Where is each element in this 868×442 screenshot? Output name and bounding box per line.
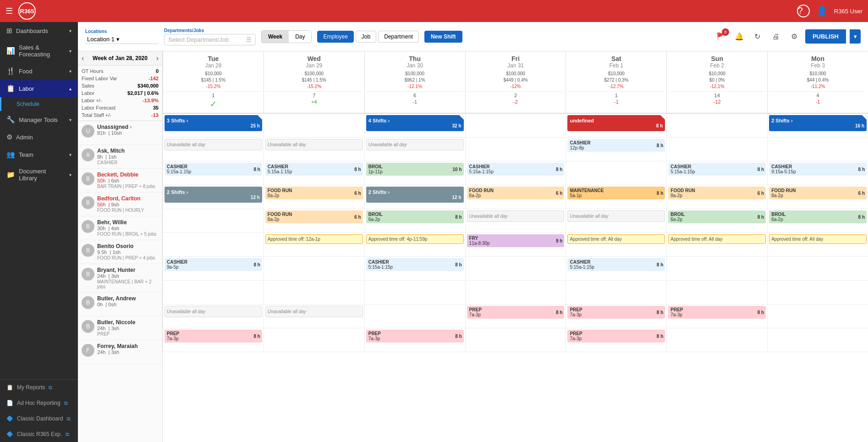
dept-placeholder: Select Department/Job [168,36,229,43]
unavailable-block[interactable]: Unavailable all day [165,306,262,317]
shift-block[interactable]: CASHIER 9:15a-5:15p 8 h [769,163,867,176]
employee-row[interactable]: B Benito Osorio 9.5h | 1sh FOOD RUN | PR… [78,240,162,264]
sidebar-item-dashboards[interactable]: ⊞ Dashboards ▾ [0,22,78,39]
sidebar-item-sales-forecasting[interactable]: 📊 Sales & Forecasting ▾ [0,39,78,62]
shift-block[interactable]: FRY 11a-8:30p 9 h [467,234,565,247]
sidebar-item-food[interactable]: 🍴 Food ▾ [0,62,78,80]
multi-shift-block[interactable]: undefined 8 h [567,115,665,131]
labor-row: Labor $2,017 | 0.6% [78,89,162,97]
shift-block[interactable]: PREP 7a-3p 8 h [165,330,262,343]
view-employee-button[interactable]: Employee [317,31,353,43]
employee-row[interactable]: F Forrey, Maraiah 24h | 3sh [78,340,162,364]
sidebar-bottom-my-reports[interactable]: 📋 My Reports ⧉ [0,380,78,395]
settings-button[interactable]: ⚙ [787,29,802,44]
employee-row[interactable]: B Bryant, Hunter 24h | 3sh MAINTENANCE |… [78,264,162,293]
shift-block[interactable]: BROIL 6a-2p 8 h [366,210,464,223]
publish-button[interactable]: PUBLISH [805,29,846,44]
sidebar-bottom-classic-r365[interactable]: 🔷 Classic R365 Exp. ⧉ [0,426,78,442]
shift-block[interactable]: BROIL 6a-2p 8 h [668,210,766,223]
shift-block[interactable]: CASHIER 5:15a-1:15p 8 h [366,258,464,271]
timeoff-block[interactable]: Approved time off: All day [567,234,665,244]
shift-time: 8a-2p [268,217,345,222]
calendar-cell: MAINTENANCE 5a-1p 8 h [566,185,666,209]
shift-block[interactable]: FOOD RUN 8a-2p 6 h [769,187,867,199]
employee-row[interactable]: A Ask, Mitch 8h | 1sh CASHIER [78,145,162,169]
unavailable-block[interactable]: Unavailable all day [567,210,665,222]
sidebar-item-team[interactable]: 👥 Team ▾ [0,146,78,163]
shift-time: 7a-3p [368,336,445,341]
user-avatar[interactable]: 👤 [816,6,828,17]
shift-block[interactable]: CASHIER 5:15a-1:15p 8 h [567,258,665,271]
employee-row[interactable]: U Unassigned › 81h | 10sh [78,121,162,145]
shift-block[interactable]: PREP 7a-3p 8 h [567,306,665,319]
view-day-button[interactable]: Day [289,31,311,43]
unavailable-block[interactable]: Unavailable all day [366,139,464,150]
shift-block[interactable]: CASHIER 5:15a-1:15p 8 h [165,163,262,176]
publish-dropdown-button[interactable]: ▾ [850,29,861,44]
bell-button[interactable]: 🔔 [732,29,747,44]
unavailable-block[interactable]: Unavailable all day [467,210,565,222]
employee-row[interactable]: B Butler, Niccole 24h | 3sh PREP [78,316,162,340]
shift-block[interactable]: CASHIER 9a-5p 8 h [165,258,262,271]
shift-block[interactable]: FOOD RUN 8a-2p 6 h [668,187,766,199]
refresh-button[interactable]: ↻ [750,29,765,44]
shift-block[interactable]: CASHIER 5:15a-1:15p 8 h [265,163,363,176]
view-week-button[interactable]: Week [262,31,289,43]
calendar-cell: Unavailable all day [364,138,465,161]
notifications-button[interactable]: 🚩 8 [714,29,728,44]
timeoff-block[interactable]: Approved time off: All day [769,234,867,244]
help-icon[interactable]: ? [797,5,810,17]
timeoff-block[interactable]: Approved time off: 4p-11:59p [366,234,464,244]
unavailable-block[interactable]: Unavailable all day [165,139,262,150]
shift-block[interactable]: FOOD RUN 8a-2p 6 h [265,210,363,223]
fixed-labor-value: -142 [148,76,159,81]
hamburger-icon[interactable]: ☰ [5,6,13,16]
sidebar-item-document-library[interactable]: 📁 Document Library ▾ [0,163,78,186]
print-button[interactable]: 🖨 [769,29,783,44]
shift-block[interactable]: CASHIER 12p-8p 8 h [567,139,665,152]
view-job-button[interactable]: Job [356,31,376,43]
new-shift-button[interactable]: New Shift [424,31,462,43]
shift-hours: 8 h [556,167,562,172]
shift-block[interactable]: PREP 7a-3p 8 h [467,306,565,319]
prev-week-button[interactable]: ‹ [82,54,84,62]
sidebar-sub-schedule[interactable]: Schedule [0,97,78,111]
view-department-button[interactable]: Department [378,31,419,43]
avatar: F [82,344,94,357]
shift-block[interactable]: CASHIER 5:15a-1:15p 8 h [668,163,766,176]
employee-row[interactable]: B Butler, Andrew 0h | 0sh [78,293,162,316]
shift-block[interactable]: PREP 7a-3p 8 h [366,330,464,343]
shift-block[interactable]: BROIL 6a-2p 8 h [769,210,867,223]
shift-hours: 8 h [253,334,260,339]
unavailable-block[interactable]: Unavailable all day [265,306,363,317]
multi-shift-block[interactable]: 4 Shifts › 32 h [366,115,464,131]
multi-shift-block[interactable]: 2 Shifts › 16 h [769,115,867,131]
unavailable-block[interactable]: Unavailable all day [265,139,363,150]
location-label: Locations [85,29,159,34]
day-stats: $100,000 $962 | 1% -12.1% [367,71,463,90]
timeoff-block[interactable]: Approved time off: All day [668,234,766,244]
sidebar-item-admin[interactable]: ⚙ Admin [0,128,78,146]
dept-select[interactable]: Select Department/Job ☰ [164,34,256,45]
shift-time: 7a-3p [167,336,244,341]
multi-shift-block[interactable]: 2 Shifts › 12 h [366,187,464,203]
employee-row[interactable]: B Beckett, Debbie 50h | 6sh BAR TRAIN | … [78,169,162,193]
timeoff-block[interactable]: Approved time off: 12a-1p [265,234,363,244]
sidebar-item-manager-tools[interactable]: 🔧 Manager Tools ▾ [0,111,78,128]
multi-shift-block[interactable]: 3 Shifts › 25 h [165,115,262,131]
sidebar-item-labor[interactable]: 📋 Labor ▴ [0,80,78,97]
sidebar-bottom-ad-hoc[interactable]: 📄 Ad Hoc Reporting ⧉ [0,395,78,411]
shift-block[interactable]: FOOD RUN 8a-2p 6 h [467,187,565,199]
employee-row[interactable]: B Bedford, Carlton 56h | 9sh FOOD RUN | … [78,193,162,216]
shift-block[interactable]: PREP 7a-3p 8 h [567,330,665,343]
next-week-button[interactable]: › [156,54,159,62]
multi-shift-block[interactable]: 2 Shifts › 12 h [165,187,262,203]
shift-block[interactable]: FOOD RUN 8a-2p 6 h [265,187,363,199]
shift-block[interactable]: BROIL 1p-11p 10 h [366,163,464,176]
location-select[interactable]: Location 1 ▾ [85,35,159,44]
shift-block[interactable]: PREP 7a-3p 8 h [668,306,766,319]
shift-block[interactable]: MAINTENANCE 5a-1p 8 h [567,187,665,199]
employee-row[interactable]: B Behr, Willie 30h | 4sh FOOD RUN | BROI… [78,216,162,240]
sidebar-bottom-classic-dashboard[interactable]: 🔷 Classic Dashboard ⧉ [0,411,78,426]
shift-block[interactable]: CASHIER 5:15a-1:15p 8 h [467,163,565,176]
